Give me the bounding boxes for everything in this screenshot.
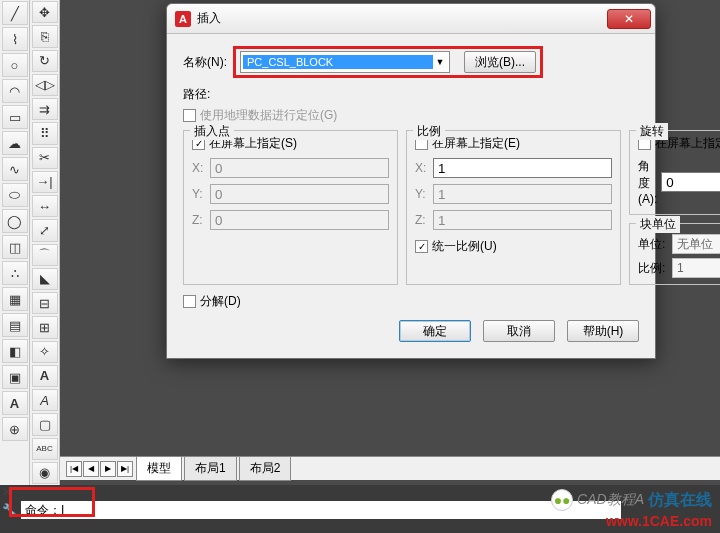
- name-label: 名称(N):: [183, 54, 227, 71]
- scale-group: 比例 在屏幕上指定(E) X: Y: Z: ✓ 统一比例(U): [406, 130, 621, 285]
- tool-gradient[interactable]: ▤: [2, 313, 28, 337]
- insert-dialog: A 插入 ✕ 名称(N): PC_CSL_BLOCK ▼ 浏览(B)... 路径…: [166, 3, 656, 359]
- tool-array[interactable]: ⠿: [32, 122, 58, 144]
- command-value: I: [61, 503, 64, 517]
- tab-nav-prev[interactable]: ◀: [83, 461, 99, 477]
- tool-ellipsearc[interactable]: ◯: [2, 209, 28, 233]
- scale-y-label: Y:: [415, 187, 433, 201]
- tool-mtext[interactable]: A: [2, 391, 28, 415]
- toolbar-draw: ╱ ⌇ ○ ◠ ▭ ☁ ∿ ⬭ ◯ ◫ ∴ ▦ ▤ ◧ ▣ A ⊕: [0, 0, 30, 485]
- unit-legend: 块单位: [636, 216, 680, 233]
- chevron-down-icon[interactable]: ▼: [433, 57, 447, 67]
- dialog-titlebar[interactable]: A 插入 ✕: [167, 4, 655, 34]
- cmd-close-icon[interactable]: ✕: [2, 485, 20, 499]
- angle-input[interactable]: [661, 172, 720, 192]
- tab-layout2[interactable]: 布局2: [239, 457, 292, 481]
- tab-nav-last[interactable]: ▶|: [117, 461, 133, 477]
- tool-misc[interactable]: ◉: [32, 462, 58, 484]
- insert-y-input: [210, 184, 389, 204]
- cad-brand-text: CAD教程A: [577, 491, 644, 509]
- tool-stretch[interactable]: ↔: [32, 195, 58, 217]
- tab-layout1[interactable]: 布局1: [184, 457, 237, 481]
- tool-fillet[interactable]: ⌒: [32, 244, 58, 266]
- command-line[interactable]: 命令： I: [21, 501, 621, 519]
- explode-label: 分解(D): [200, 293, 241, 310]
- tool-color[interactable]: ▢: [32, 413, 58, 435]
- scale-x-input[interactable]: [433, 158, 612, 178]
- tool-point[interactable]: ∴: [2, 261, 28, 285]
- wechat-icon: ●●: [551, 489, 573, 511]
- tool-move[interactable]: ✥: [32, 1, 58, 23]
- tool-add[interactable]: ⊕: [2, 417, 28, 441]
- tool-abc[interactable]: ABC: [32, 438, 58, 460]
- tab-nav-next[interactable]: ▶: [100, 461, 116, 477]
- insert-z-input: [210, 210, 389, 230]
- tool-revcloud[interactable]: ☁: [2, 131, 28, 155]
- tool-text-ai[interactable]: A: [32, 389, 58, 411]
- insert-z-label: Z:: [192, 213, 210, 227]
- tool-arc[interactable]: ◠: [2, 79, 28, 103]
- tool-mirror[interactable]: ◁▷: [32, 74, 58, 96]
- scale-z-label: Z:: [415, 213, 433, 227]
- tab-nav: |◀ ◀ ▶ ▶|: [66, 461, 134, 477]
- browse-button[interactable]: 浏览(B)...: [464, 51, 536, 73]
- tool-text-a[interactable]: A: [32, 365, 58, 387]
- branding: ●● CAD教程A 仿真在线: [551, 489, 712, 511]
- tool-pline[interactable]: ⌇: [2, 27, 28, 51]
- insert-point-group: 插入点 ✓ 在屏幕上指定(S) X: Y: Z:: [183, 130, 398, 285]
- tool-circle[interactable]: ○: [2, 53, 28, 77]
- tool-break[interactable]: ⊟: [32, 292, 58, 314]
- rotate-group: 旋转 在屏幕上指定(C) 角度(A):: [629, 130, 720, 215]
- explode-checkbox[interactable]: [183, 295, 196, 308]
- rotate-column: 旋转 在屏幕上指定(C) 角度(A): 块单位 单位:无单位 比例:1: [629, 130, 720, 285]
- ratio-value: 1: [672, 258, 720, 278]
- tool-spline[interactable]: ∿: [2, 157, 28, 181]
- tool-copy[interactable]: ⎘: [32, 25, 58, 47]
- tool-join[interactable]: ⊞: [32, 316, 58, 338]
- uniform-checkbox[interactable]: ✓: [415, 240, 428, 253]
- tool-hatch[interactable]: ▦: [2, 287, 28, 311]
- toolbar-modify: ✥ ⎘ ↻ ◁▷ ⇉ ⠿ ✂ →| ↔ ⤢ ⌒ ◣ ⊟ ⊞ ✧ A A ▢ AB…: [30, 0, 60, 485]
- cmd-wrench-icon[interactable]: 🔧: [2, 503, 20, 517]
- name-combobox[interactable]: PC_CSL_BLOCK ▼: [240, 51, 450, 73]
- tool-offset[interactable]: ⇉: [32, 98, 58, 120]
- insert-x-input: [210, 158, 389, 178]
- name-row-highlight: PC_CSL_BLOCK ▼ 浏览(B)...: [233, 46, 543, 78]
- scale-specify-label: 在屏幕上指定(E): [432, 135, 520, 152]
- geo-label: 使用地理数据进行定位(G): [200, 107, 337, 124]
- angle-label: 角度(A):: [638, 158, 657, 206]
- tool-rect[interactable]: ▭: [2, 105, 28, 129]
- tool-scale[interactable]: ⤢: [32, 219, 58, 241]
- help-button[interactable]: 帮助(H): [567, 320, 639, 342]
- layout-tabs-strip: |◀ ◀ ▶ ▶| 模型 布局1 布局2: [60, 456, 720, 480]
- tab-model[interactable]: 模型: [136, 457, 182, 481]
- command-prompt: 命令：: [25, 502, 61, 519]
- sim-brand-text: 仿真在线: [648, 490, 712, 511]
- scale-z-input: [433, 210, 612, 230]
- tool-rotate[interactable]: ↻: [32, 50, 58, 72]
- insert-y-label: Y:: [192, 187, 210, 201]
- close-button[interactable]: ✕: [607, 9, 651, 29]
- tool-ellipse[interactable]: ⬭: [2, 183, 28, 207]
- tab-nav-first[interactable]: |◀: [66, 461, 82, 477]
- tool-line[interactable]: ╱: [2, 1, 28, 25]
- tool-chamfer[interactable]: ◣: [32, 268, 58, 290]
- block-unit-group: 块单位 单位:无单位 比例:1: [629, 223, 720, 285]
- ok-button[interactable]: 确定: [399, 320, 471, 342]
- insert-legend: 插入点: [190, 123, 234, 140]
- tool-table[interactable]: ▣: [2, 365, 28, 389]
- dialog-title: 插入: [197, 10, 607, 27]
- insert-x-label: X:: [192, 161, 210, 175]
- brand-url: www.1CAE.com: [606, 513, 712, 529]
- uniform-label: 统一比例(U): [432, 238, 497, 255]
- ratio-label: 比例:: [638, 260, 672, 277]
- geo-checkbox: [183, 109, 196, 122]
- tool-region[interactable]: ◧: [2, 339, 28, 363]
- cancel-button[interactable]: 取消: [483, 320, 555, 342]
- scale-legend: 比例: [413, 123, 445, 140]
- tool-insert[interactable]: ◫: [2, 235, 28, 259]
- tool-trim[interactable]: ✂: [32, 147, 58, 169]
- tool-extend[interactable]: →|: [32, 171, 58, 193]
- scale-y-input: [433, 184, 612, 204]
- tool-explode[interactable]: ✧: [32, 341, 58, 363]
